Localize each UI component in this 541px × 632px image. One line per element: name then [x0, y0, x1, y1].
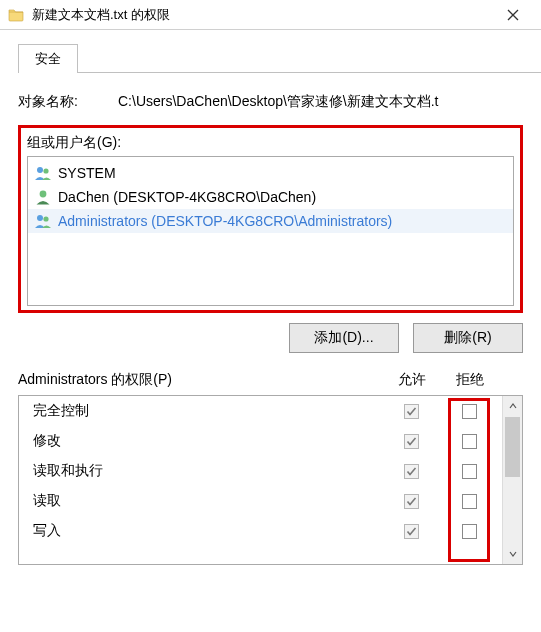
svg-point-3	[37, 215, 43, 221]
scroll-up-button[interactable]	[503, 396, 522, 416]
permission-label: 完全控制	[33, 402, 382, 420]
group-icon	[34, 212, 52, 230]
window-title: 新建文本文档.txt 的权限	[32, 6, 493, 24]
object-name-row: 对象名称: C:\Users\DaChen\Desktop\管家速修\新建文本文…	[18, 93, 523, 111]
svg-point-1	[43, 168, 48, 173]
tab-security[interactable]: 安全	[18, 44, 78, 73]
user-icon	[34, 188, 52, 206]
close-button[interactable]	[493, 0, 533, 30]
permission-label: 修改	[33, 432, 382, 450]
object-name-value: C:\Users\DaChen\Desktop\管家速修\新建文本文档.t	[118, 93, 523, 111]
group-icon	[34, 164, 52, 182]
permission-row: 读取	[19, 486, 502, 516]
add-button[interactable]: 添加(D)...	[289, 323, 399, 353]
permissions-scrollbar[interactable]	[502, 396, 522, 564]
allow-checkbox	[404, 434, 419, 449]
permissions-header: Administrators 的权限(P) 允许 拒绝	[18, 371, 523, 389]
allow-checkbox	[404, 404, 419, 419]
svg-point-2	[40, 191, 47, 198]
remove-button[interactable]: 删除(R)	[413, 323, 523, 353]
permissions-title: Administrators 的权限(P)	[18, 371, 383, 389]
deny-column-header: 拒绝	[441, 371, 499, 389]
remove-button-label: 删除(R)	[444, 329, 491, 345]
highlight-box-users: 组或用户名(G): SYSTEMDaChen (DESKTOP-4KG8CRO\…	[18, 125, 523, 313]
user-item[interactable]: Administrators (DESKTOP-4KG8CRO\Administ…	[28, 209, 513, 233]
titlebar: 新建文本文档.txt 的权限	[0, 0, 541, 30]
dialog-content: 对象名称: C:\Users\DaChen\Desktop\管家速修\新建文本文…	[0, 73, 541, 565]
permission-label: 读取	[33, 492, 382, 510]
scroll-down-button[interactable]	[503, 544, 522, 564]
svg-point-0	[37, 167, 43, 173]
tab-label: 安全	[35, 51, 61, 66]
scroll-track[interactable]	[503, 478, 522, 544]
permission-row: 写入	[19, 516, 502, 546]
allow-checkbox	[404, 494, 419, 509]
user-item[interactable]: DaChen (DESKTOP-4KG8CRO\DaChen)	[28, 185, 513, 209]
tab-strip: 安全	[18, 44, 541, 73]
user-item-label: DaChen (DESKTOP-4KG8CRO\DaChen)	[58, 189, 316, 205]
permissions-rows: 完全控制修改读取和执行读取写入	[19, 396, 502, 564]
highlight-box-deny-column	[448, 398, 490, 562]
allow-checkbox	[404, 464, 419, 479]
permission-label: 读取和执行	[33, 462, 382, 480]
scroll-thumb[interactable]	[505, 417, 520, 477]
folder-icon	[8, 7, 24, 23]
svg-point-4	[43, 216, 48, 221]
user-item-label: Administrators (DESKTOP-4KG8CRO\Administ…	[58, 213, 392, 229]
permission-label: 写入	[33, 522, 382, 540]
group-users-label: 组或用户名(G):	[27, 134, 514, 152]
allow-column-header: 允许	[383, 371, 441, 389]
permission-row: 读取和执行	[19, 456, 502, 486]
add-button-label: 添加(D)...	[314, 329, 373, 345]
permission-row: 完全控制	[19, 396, 502, 426]
user-item[interactable]: SYSTEM	[28, 161, 513, 185]
button-row: 添加(D)... 删除(R)	[18, 323, 523, 353]
permissions-box: 完全控制修改读取和执行读取写入	[18, 395, 523, 565]
allow-checkbox	[404, 524, 419, 539]
user-item-label: SYSTEM	[58, 165, 116, 181]
object-name-label: 对象名称:	[18, 93, 118, 111]
permission-row: 修改	[19, 426, 502, 456]
users-list[interactable]: SYSTEMDaChen (DESKTOP-4KG8CRO\DaChen)Adm…	[27, 156, 514, 306]
